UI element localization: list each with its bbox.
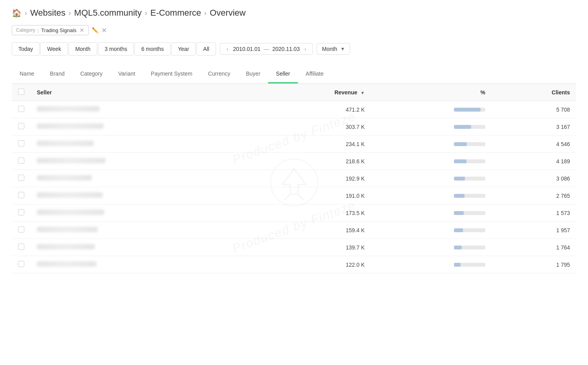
seller-name-blurred	[37, 158, 105, 163]
row-checkbox[interactable]	[18, 123, 24, 129]
row-seller	[31, 136, 254, 153]
period-btn-6months[interactable]: 6 months	[134, 42, 171, 56]
row-revenue: 139.7 K	[254, 239, 371, 256]
row-checkbox-cell[interactable]	[12, 136, 31, 153]
breadcrumb-sep-2: ›	[69, 9, 71, 17]
row-clients: 3 086	[492, 170, 576, 187]
table-row: 192.9 K3 086	[12, 170, 576, 187]
row-seller	[31, 118, 254, 136]
filter-edit-icon[interactable]: ✏️	[92, 27, 98, 33]
tab-payment-system[interactable]: Payment System	[143, 65, 200, 83]
row-checkbox-cell[interactable]	[12, 256, 31, 273]
filter-clear-icon[interactable]: ✕	[102, 27, 107, 34]
row-checkbox[interactable]	[18, 226, 24, 233]
period-btn-week[interactable]: Week	[40, 42, 68, 56]
home-icon[interactable]: 🏠	[12, 8, 22, 18]
row-checkbox-cell[interactable]	[12, 222, 31, 239]
row-checkbox[interactable]	[18, 175, 24, 181]
row-clients: 1 795	[492, 256, 576, 273]
table-row: 471.2 K5 708	[12, 101, 576, 118]
table-row: 234.1 K4 546	[12, 136, 576, 153]
breadcrumb-sep-3: ›	[145, 9, 147, 17]
row-percent	[371, 153, 492, 170]
row-checkbox[interactable]	[18, 209, 24, 215]
row-clients: 1 764	[492, 239, 576, 256]
tab-currency[interactable]: Currency	[200, 65, 238, 83]
tab-name[interactable]: Name	[12, 65, 42, 83]
groupby-select[interactable]: Month ▼	[317, 43, 350, 55]
row-checkbox-cell[interactable]	[12, 153, 31, 170]
breadcrumb-mql5[interactable]: MQL5.community	[74, 8, 142, 18]
filter-tag-value: Trading Signals	[41, 27, 76, 33]
row-revenue: 159.4 K	[254, 222, 371, 239]
row-checkbox-cell[interactable]	[12, 187, 31, 204]
row-checkbox[interactable]	[18, 106, 24, 112]
tab-category[interactable]: Category	[73, 65, 111, 83]
tab-buyer[interactable]: Buyer	[238, 65, 268, 83]
tab-brand[interactable]: Brand	[42, 65, 72, 83]
seller-name-blurred	[37, 210, 104, 215]
date-from: 2010.01.01	[233, 46, 261, 52]
header-checkbox[interactable]	[18, 89, 24, 95]
period-btn-3months[interactable]: 3 months	[98, 42, 134, 56]
date-range-box: ‹ 2010.01.01 — 2020.11.03 ›	[220, 43, 313, 55]
date-prev-icon[interactable]: ‹	[225, 46, 230, 52]
row-clients: 3 167	[492, 118, 576, 136]
row-checkbox[interactable]	[18, 261, 24, 267]
row-checkbox-cell[interactable]	[12, 118, 31, 136]
row-percent	[371, 204, 492, 222]
filter-tag-category[interactable]: Category | Trading Signals ✕	[12, 25, 89, 35]
row-checkbox[interactable]	[18, 192, 24, 198]
table-row: 122.0 K1 795	[12, 256, 576, 273]
date-next-icon[interactable]: ›	[303, 46, 308, 52]
period-btn-all[interactable]: All	[196, 42, 216, 56]
row-checkbox-cell[interactable]	[12, 239, 31, 256]
filter-tag-separator: |	[38, 27, 39, 33]
row-revenue: 234.1 K	[254, 136, 371, 153]
row-clients: 4 189	[492, 153, 576, 170]
header-clients: Clients	[492, 84, 576, 101]
tab-navigation: NameBrandCategoryVariantPayment SystemCu…	[12, 65, 576, 84]
row-clients: 2 765	[492, 187, 576, 204]
row-revenue: 173.5 K	[254, 204, 371, 222]
period-btn-year[interactable]: Year	[171, 42, 196, 56]
row-seller	[31, 101, 254, 118]
seller-name-blurred	[37, 244, 95, 249]
tab-seller[interactable]: Seller	[268, 65, 298, 83]
tab-affiliate[interactable]: Affiliate	[298, 65, 332, 83]
row-checkbox-cell[interactable]	[12, 204, 31, 222]
row-checkbox-cell[interactable]	[12, 101, 31, 118]
row-percent	[371, 101, 492, 118]
row-revenue: 303.7 K	[254, 118, 371, 136]
filter-bar: Category | Trading Signals ✕ ✏️ ✕	[12, 25, 576, 35]
row-checkbox[interactable]	[18, 244, 24, 250]
breadcrumb-ecommerce[interactable]: E-Commerce	[150, 8, 201, 18]
table-header: Seller Revenue ▼ % Clients	[12, 84, 576, 101]
breadcrumb-overview: Overview	[210, 8, 246, 18]
table-row: 303.7 K3 167	[12, 118, 576, 136]
breadcrumb-websites[interactable]: Websites	[30, 8, 65, 18]
breadcrumb: 🏠 › Websites › MQL5.community › E-Commer…	[12, 8, 576, 18]
row-checkbox[interactable]	[18, 140, 24, 146]
row-revenue: 471.2 K	[254, 101, 371, 118]
row-checkbox-cell[interactable]	[12, 170, 31, 187]
header-seller: Seller	[31, 84, 254, 101]
period-btn-month[interactable]: Month	[69, 42, 97, 56]
row-clients: 5 708	[492, 101, 576, 118]
row-seller	[31, 153, 254, 170]
tab-variant[interactable]: Variant	[111, 65, 143, 83]
row-percent	[371, 136, 492, 153]
seller-name-blurred	[37, 261, 96, 267]
header-revenue[interactable]: Revenue ▼	[254, 84, 371, 101]
row-checkbox[interactable]	[18, 157, 24, 164]
row-seller	[31, 256, 254, 273]
period-bar: Today Week Month 3 months 6 months Year …	[12, 42, 576, 56]
header-checkbox-cell[interactable]	[12, 84, 31, 101]
row-seller	[31, 204, 254, 222]
groupby-label: Month	[322, 46, 337, 52]
seller-name-blurred	[37, 141, 94, 146]
period-btn-today[interactable]: Today	[12, 42, 40, 56]
filter-tag-close-icon[interactable]: ✕	[80, 27, 84, 33]
row-revenue: 218.6 K	[254, 153, 371, 170]
row-clients: 4 546	[492, 136, 576, 153]
